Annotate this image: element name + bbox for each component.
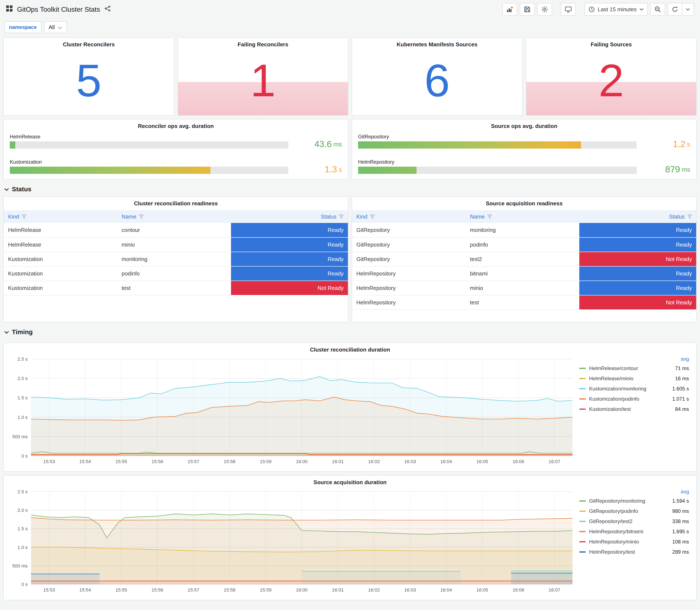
add-panel-icon	[507, 6, 513, 13]
legend-series-name[interactable]: HelmRepository/test	[589, 549, 635, 555]
filter-icon[interactable]	[370, 214, 375, 219]
row-title-timing: Timing	[12, 328, 33, 336]
variable-namespace-value: All	[49, 24, 55, 31]
add-panel-button[interactable]	[502, 3, 517, 16]
legend-series-name[interactable]: Kustomization/monitoring	[589, 386, 646, 392]
legend-series-avg: 1.605 s	[668, 386, 689, 392]
cell-status: Not Ready	[579, 252, 696, 266]
svg-text:16:06: 16:06	[512, 459, 524, 464]
table-row: GitRepositorytest2Not Ready	[352, 252, 696, 266]
legend-series-name[interactable]: HelmRelease/contour	[589, 365, 638, 371]
column-header-status[interactable]: Status	[579, 210, 696, 223]
dashboard-settings-button[interactable]	[537, 3, 552, 16]
column-header-name[interactable]: Name	[117, 210, 231, 223]
cell-name: monitoring	[117, 252, 231, 266]
filter-icon[interactable]	[487, 214, 492, 219]
bargauge-track	[358, 167, 637, 174]
series-color-icon[interactable]	[579, 531, 586, 532]
bargauge-value-unit: s	[339, 165, 342, 174]
column-header-kind[interactable]: Kind	[4, 210, 117, 223]
variable-namespace-select[interactable]: All	[44, 21, 67, 33]
bargauge-value: 43.6ms	[294, 134, 342, 148]
svg-text:16:02: 16:02	[368, 459, 380, 464]
cycle-view-mode-button[interactable]	[560, 3, 576, 16]
legend-series-name[interactable]: HelmRelease/minio	[589, 375, 633, 382]
svg-text:2.0 s: 2.0 s	[17, 376, 28, 381]
table-row: HelmRepositorytestNot Ready	[352, 295, 696, 310]
series-color-icon[interactable]	[579, 378, 586, 379]
bargauge-label: GitRepository	[358, 134, 637, 140]
legend-avg-header[interactable]: avg	[681, 488, 689, 495]
panel-title[interactable]: Kubernetes Manifests Sources	[393, 38, 481, 49]
timeseries-panel-cluster-reconciliation: Cluster reconciliation duration0 s500 ms…	[3, 343, 697, 472]
series-color-icon[interactable]	[579, 511, 586, 512]
stat-panel: Failing Reconcilers1	[178, 37, 348, 116]
tv-icon	[565, 6, 572, 13]
legend-series-name[interactable]: Kustomization/test	[589, 406, 631, 412]
panel-title[interactable]: Reconciler ops avg. duration	[4, 119, 348, 131]
series-color-icon[interactable]	[579, 500, 586, 502]
series-color-icon[interactable]	[579, 521, 586, 522]
chart-canvas: 0 s500 ms1.0 s1.5 s2.0 s2.5 s15:5315:541…	[5, 355, 577, 470]
filter-icon[interactable]	[339, 214, 344, 219]
chart-plot-area[interactable]: 0 s500 ms1.0 s1.5 s2.0 s2.5 s15:5315:541…	[5, 487, 577, 596]
share-icon[interactable]	[104, 5, 111, 13]
refresh-dashboard-button[interactable]	[668, 3, 682, 16]
bargauge-row: HelmRelease43.6ms	[10, 134, 342, 148]
legend-series-avg: 980 ms	[668, 508, 689, 514]
svg-text:2.5 s: 2.5 s	[17, 356, 28, 362]
panel-title[interactable]: Source acquisition duration	[4, 476, 696, 487]
chart-plot-area[interactable]: 0 s500 ms1.0 s1.5 s2.0 s2.5 s15:5315:541…	[5, 355, 577, 468]
row-toggle-timing[interactable]: Timing	[3, 325, 697, 339]
cell-kind: GitRepository	[352, 237, 466, 252]
panel-title[interactable]: Source ops avg. duration	[352, 119, 696, 131]
bargauge-value: 879ms	[642, 159, 690, 174]
panel-title[interactable]: Source acquisition readiness	[352, 197, 696, 210]
panel-title[interactable]: Cluster reconciliation duration	[4, 343, 696, 355]
chart-legend: avgGitRepository/monitoring1.594 sGitRep…	[577, 487, 693, 598]
series-color-icon[interactable]	[579, 541, 586, 542]
legend-series-name[interactable]: GitRepository/podinfo	[589, 508, 638, 514]
legend-avg-header[interactable]: avg	[681, 356, 689, 362]
row-toggle-status[interactable]: Status	[3, 182, 697, 196]
legend-series-avg: 71 ms	[671, 365, 689, 371]
svg-text:15:53: 15:53	[43, 587, 55, 593]
bargauge-fill	[10, 167, 210, 174]
time-range-picker-button[interactable]: Last 15 minutes	[584, 3, 648, 16]
zoom-out-time-button[interactable]	[650, 3, 665, 16]
column-header-name[interactable]: Name	[466, 210, 579, 223]
legend-series-name[interactable]: GitRepository/monitoring	[589, 498, 645, 504]
gauges-row: Reconciler ops avg. durationHelmRelease4…	[3, 119, 697, 179]
filter-icon[interactable]	[139, 214, 144, 219]
legend-series-name[interactable]: HelmRepository/bitnami	[589, 529, 643, 534]
legend-series-name[interactable]: GitRepository/test2	[589, 518, 632, 524]
column-header-kind[interactable]: Kind	[352, 210, 466, 223]
legend-series-avg: 1.594 s	[668, 498, 689, 504]
filter-icon[interactable]	[22, 214, 26, 219]
legend-item: HelmRelease/minio16 ms	[579, 373, 689, 384]
clock-icon	[589, 6, 595, 12]
series-color-icon[interactable]	[579, 388, 586, 389]
column-header-label: Name	[121, 213, 136, 220]
collapse-icon	[4, 186, 9, 193]
series-color-icon[interactable]	[579, 398, 586, 400]
refresh-interval-button[interactable]	[682, 3, 694, 16]
panel-title[interactable]: Cluster reconciliation readiness	[4, 197, 348, 210]
svg-text:16:02: 16:02	[368, 587, 380, 593]
legend-series-name[interactable]: Kustomization/podinfo	[589, 396, 639, 402]
svg-text:15:55: 15:55	[115, 459, 127, 464]
series-color-icon[interactable]	[579, 408, 586, 410]
series-color-icon[interactable]	[579, 368, 586, 369]
series-color-icon[interactable]	[579, 551, 586, 552]
bargauge-fill	[358, 167, 417, 174]
panel-title[interactable]: Failing Reconcilers	[234, 38, 292, 49]
column-header-status[interactable]: Status	[231, 210, 348, 223]
panel-title[interactable]: Cluster Reconcilers	[60, 38, 118, 49]
svg-text:15:59: 15:59	[260, 459, 272, 464]
filter-icon[interactable]	[687, 214, 692, 219]
legend-series-name[interactable]: HelmRepository/minio	[589, 539, 639, 545]
panel-title[interactable]: Failing Sources	[587, 38, 635, 49]
cell-kind: GitRepository	[352, 252, 466, 266]
svg-text:15:54: 15:54	[79, 587, 91, 593]
save-dashboard-button[interactable]	[520, 3, 535, 16]
